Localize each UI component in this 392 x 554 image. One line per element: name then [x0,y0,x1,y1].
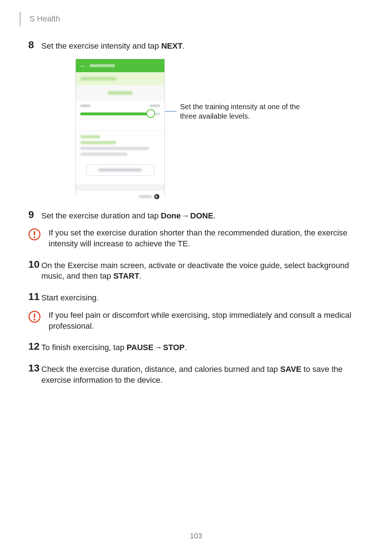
step-text: On the Exercise main screen, activate or… [41,260,364,282]
callout-leader-line [164,111,176,112]
text: . [183,41,185,50]
svg-point-5 [34,319,36,320]
blurred-text [80,147,149,150]
slider-fill [80,112,151,115]
phone-topbar: ← [76,59,164,72]
bold-text: Done [161,211,181,220]
blurred-text [98,168,142,172]
step-number: 11 [28,292,41,303]
svg-rect-4 [34,313,35,318]
text: . [213,211,216,220]
blurred-text [107,91,133,95]
phone-description [76,131,164,184]
step-8: 8 Set the exercise intensity and tap NEX… [28,41,364,52]
step-9: 9 Set the exercise duration and tap Done… [28,210,364,221]
callout-text: Set the training intensity at one of the… [180,102,303,121]
phone-subheader [76,85,164,101]
page-number: 103 [0,532,392,540]
phone-screenshot: ← [75,59,165,197]
caution-note: If you feel pain or discomfort while exe… [28,310,364,331]
figure-row: ← [75,59,364,197]
note-text: If you feel pain or discomfort while exe… [49,310,364,331]
bold-text: SAVE [280,365,301,374]
step-number: 8 [28,40,41,52]
text: To finish exercising, tap [41,343,127,352]
slider-min-label [80,104,90,107]
text: Check the exercise duration, distance, a… [41,365,280,374]
step-number: 10 [28,259,41,282]
header-rule [20,12,21,26]
caution-note: If you set the exercise duration shorter… [28,227,364,249]
step-13: 13 Check the exercise duration, distance… [28,364,364,385]
blurred-next-label [139,195,152,198]
text: . [139,271,142,280]
step-number: 13 [28,363,41,385]
step-number: 12 [28,341,41,353]
svg-rect-1 [34,231,35,235]
step-text: Start exercising. [41,292,364,303]
bold-text: NEXT [161,41,183,50]
figure-callout: Set the training intensity at one of the… [164,102,303,121]
step-text: Set the exercise duration and tap Done →… [41,210,364,221]
more-information-button[interactable] [86,164,154,176]
bold-text: DONE [190,211,213,220]
caution-icon [28,311,41,323]
next-arrow-icon[interactable] [154,194,159,199]
text: Set the exercise duration and tap [41,211,161,220]
bold-text: PAUSE [127,343,154,352]
step-10: 10 On the Exercise main screen, activate… [28,260,364,282]
blurred-text [80,141,117,144]
page-header: S Health [20,12,60,26]
intensity-slider[interactable] [76,101,164,131]
arrow: → [181,210,190,221]
step-text: Set the exercise intensity and tap NEXT. [41,41,364,52]
step-11: 11 Start exercising. [28,292,364,303]
phone-divider [76,185,164,190]
section-title: S Health [29,14,60,24]
back-arrow-icon[interactable]: ← [79,62,87,69]
bold-text: STOP [163,343,185,352]
blurred-text [80,135,100,138]
step-12: 12 To finish exercising, tap PAUSE → STO… [28,342,364,353]
arrow: → [154,342,163,353]
slider-thumb[interactable] [146,109,155,118]
blurred-title [90,64,115,67]
phone-section-header [76,72,164,85]
blurred-text [80,77,117,81]
blurred-text [80,153,127,156]
text: On the Exercise main screen, activate or… [41,261,349,281]
bold-text: START [113,271,139,280]
text: Set the exercise intensity and tap [41,41,161,50]
caution-icon [28,228,41,241]
step-text: To finish exercising, tap PAUSE → STOP. [41,342,364,353]
svg-point-2 [34,237,36,238]
step-number: 9 [28,210,41,221]
text: . [184,343,187,352]
note-text: If you set the exercise duration shorter… [49,227,364,249]
step-text: Check the exercise duration, distance, a… [41,364,364,385]
slider-max-label [150,104,160,107]
phone-next-row[interactable] [76,190,164,203]
